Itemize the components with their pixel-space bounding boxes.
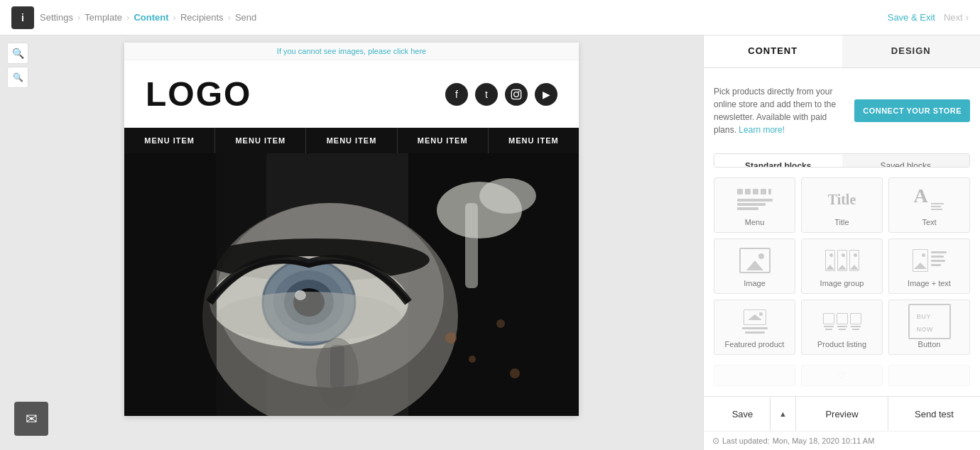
- send-test-button[interactable]: Send test: [888, 397, 980, 431]
- text-block-label: Text: [922, 218, 936, 226]
- breadcrumb-arrow-4: ›: [228, 12, 231, 23]
- product-listing-block-icon: [821, 307, 864, 336]
- next-arrow-icon: ›: [966, 12, 969, 23]
- save-button[interactable]: Save: [704, 397, 770, 431]
- zoom-out-button[interactable]: 🔍: [7, 67, 28, 88]
- email-nav: MENU ITEM MENU ITEM MENU ITEM MENU ITEM …: [124, 128, 579, 153]
- block-image-text[interactable]: Image + text: [888, 238, 970, 294]
- store-connect-box: Pick products directly from your online …: [714, 78, 970, 143]
- text-block-icon: A: [908, 185, 951, 214]
- button-block-icon: BUY NOW: [908, 307, 951, 336]
- last-updated-label: Last updated:: [722, 437, 770, 445]
- svg-point-19: [217, 292, 401, 341]
- block-product-listing[interactable]: Product listing: [801, 300, 883, 355]
- block-image[interactable]: Image: [714, 238, 795, 294]
- nav-item-5[interactable]: MENU ITEM: [489, 128, 579, 153]
- block-grid: Menu Title Title A: [714, 177, 970, 355]
- mail-icon[interactable]: ✉: [14, 402, 48, 436]
- youtube-icon[interactable]: ▶: [535, 83, 557, 106]
- hero-canvas: [124, 153, 579, 416]
- featured-product-block-label: Featured product: [725, 340, 785, 349]
- nav-item-2[interactable]: MENU ITEM: [215, 128, 306, 153]
- clock-icon: ⊙: [712, 436, 719, 446]
- breadcrumb-template[interactable]: Template: [85, 12, 122, 23]
- svg-point-2: [518, 91, 520, 92]
- breadcrumb-content[interactable]: Content: [134, 12, 168, 23]
- featured-product-block-icon: [734, 307, 776, 336]
- block-tabs: Standard blocks Saved blocks: [714, 153, 970, 168]
- block-title[interactable]: Title Title: [801, 177, 883, 233]
- learn-more-link[interactable]: Learn more!: [739, 125, 785, 135]
- nav-item-1[interactable]: MENU ITEM: [124, 128, 215, 153]
- breadcrumb-settings[interactable]: Settings: [40, 12, 73, 23]
- preview-notice-link[interactable]: If you cannot see images, please click h…: [277, 47, 426, 55]
- facebook-icon[interactable]: f: [445, 83, 468, 106]
- breadcrumb-arrow-3: ›: [173, 12, 176, 23]
- block-button[interactable]: BUY NOW Button: [888, 300, 970, 355]
- block-menu[interactable]: Menu: [714, 177, 795, 233]
- social-icons: f t ▶: [445, 83, 557, 106]
- right-panel: CONTENT DESIGN Pick products directly fr…: [703, 35, 980, 450]
- right-panel-wrapper: CONTENT DESIGN Pick products directly fr…: [703, 35, 980, 450]
- image-text-block-label: Image + text: [908, 279, 951, 287]
- breadcrumb-recipients[interactable]: Recipients: [180, 12, 224, 23]
- panel-footer: Save ▲ Preview Send test ⊙ Last updated:…: [704, 396, 980, 450]
- svg-rect-8: [465, 203, 478, 288]
- svg-rect-0: [511, 89, 521, 99]
- email-header: LOGO f t ▶: [124, 60, 579, 128]
- store-connect-text: Pick products directly from your online …: [714, 85, 846, 136]
- breadcrumb-send[interactable]: Send: [235, 12, 256, 23]
- last-updated-value: Mon, May 18, 2020 10:11 AM: [773, 437, 875, 445]
- email-hero-image[interactable]: [124, 153, 579, 416]
- tab-saved-blocks[interactable]: Saved blocks: [842, 154, 970, 168]
- svg-point-23: [469, 356, 476, 363]
- tab-design[interactable]: DESIGN: [842, 35, 981, 67]
- product-listing-block-label: Product listing: [817, 340, 866, 349]
- menu-block-icon: [734, 185, 776, 214]
- email-preview: If you cannot see images, please click h…: [124, 43, 579, 416]
- nav-item-3[interactable]: MENU ITEM: [306, 128, 397, 153]
- block-text[interactable]: A Text: [888, 177, 970, 233]
- panel-tabs: CONTENT DESIGN: [704, 35, 980, 68]
- panel-body: Pick products directly from your online …: [704, 68, 980, 396]
- svg-rect-26: [124, 153, 217, 416]
- preview-button[interactable]: Preview: [796, 397, 888, 431]
- menu-block-label: Menu: [745, 218, 765, 226]
- nav-left: i Settings › Template › Content › Recipi…: [11, 6, 256, 29]
- top-nav: i Settings › Template › Content › Recipi…: [0, 0, 980, 35]
- nav-item-4[interactable]: MENU ITEM: [398, 128, 489, 153]
- next-button[interactable]: Next ›: [944, 12, 969, 23]
- instagram-icon[interactable]: [505, 83, 528, 106]
- zoom-in-icon: 🔍: [12, 48, 24, 59]
- button-block-label: Button: [918, 340, 941, 349]
- save-dropdown-icon: ▲: [779, 410, 787, 418]
- save-dropdown-button[interactable]: ▲: [770, 397, 795, 431]
- block-featured-product[interactable]: Featured product: [714, 300, 795, 355]
- tab-standard-blocks[interactable]: Standard blocks: [714, 154, 842, 168]
- main-area: 🔍 🔍 If you cannot see images, please cli…: [0, 35, 980, 450]
- title-block-label: Title: [834, 218, 849, 226]
- breadcrumb-arrow-1: ›: [77, 12, 80, 23]
- app-logo[interactable]: i: [11, 6, 34, 29]
- twitter-icon[interactable]: t: [475, 83, 498, 106]
- svg-point-1: [514, 92, 519, 97]
- image-group-block-icon: [821, 246, 864, 275]
- footer-save-group: Save ▲: [704, 397, 796, 431]
- breadcrumb-arrow-2: ›: [126, 12, 129, 23]
- block-image-group[interactable]: Image group: [801, 238, 883, 294]
- preview-notice: If you cannot see images, please click h…: [124, 43, 579, 60]
- tab-content[interactable]: CONTENT: [704, 35, 842, 67]
- image-text-block-icon: [908, 246, 951, 275]
- block-grid-partial: ♡: [714, 365, 970, 386]
- footer-buttons: Save ▲ Preview Send test: [704, 397, 980, 431]
- footer-last-updated: ⊙ Last updated: Mon, May 18, 2020 10:11 …: [704, 431, 980, 450]
- zoom-out-icon: 🔍: [13, 72, 23, 82]
- save-exit-button[interactable]: Save & Exit: [888, 12, 935, 23]
- canvas-area: 🔍 🔍 If you cannot see images, please cli…: [0, 35, 703, 450]
- title-block-icon: Title: [821, 185, 864, 214]
- connect-store-button[interactable]: CONNECT YOUR STORE: [854, 99, 970, 122]
- zoom-in-button[interactable]: 🔍: [7, 43, 28, 64]
- email-logo: LOGO: [146, 75, 251, 114]
- canvas-scroll[interactable]: If you cannot see images, please click h…: [0, 35, 703, 450]
- svg-rect-21: [330, 345, 344, 388]
